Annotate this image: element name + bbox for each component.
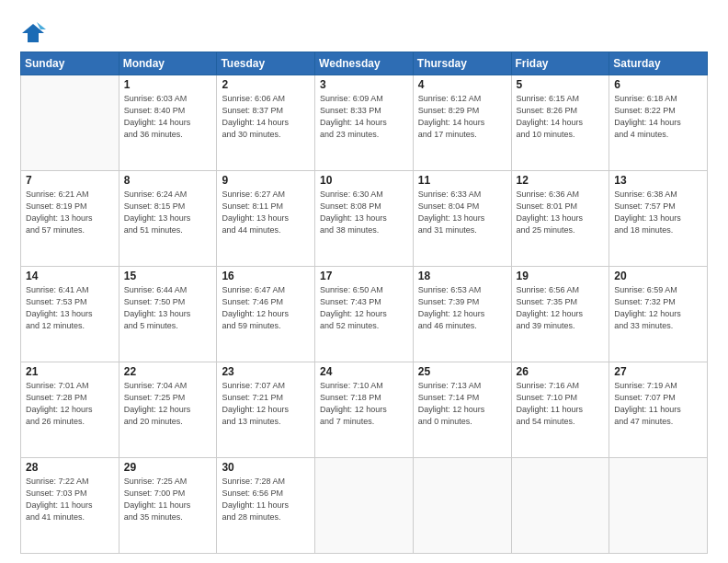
day-info: Sunrise: 7:22 AM Sunset: 7:03 PM Dayligh… (26, 476, 114, 523)
calendar-cell (21, 75, 119, 171)
day-info: Sunrise: 6:03 AM Sunset: 8:40 PM Dayligh… (124, 93, 212, 141)
day-number: 8 (124, 174, 212, 187)
day-number: 1 (124, 78, 212, 91)
day-number: 17 (320, 270, 408, 282)
calendar-week-row: 7Sunrise: 6:21 AM Sunset: 8:19 PM Daylig… (21, 171, 708, 267)
day-info: Sunrise: 6:24 AM Sunset: 8:15 PM Dayligh… (124, 189, 212, 236)
header (20, 17, 708, 46)
calendar-cell: 8Sunrise: 6:24 AM Sunset: 8:15 PM Daylig… (119, 171, 217, 267)
day-info: Sunrise: 6:53 AM Sunset: 7:39 PM Dayligh… (418, 284, 506, 332)
day-number: 22 (124, 365, 212, 378)
calendar-cell: 25Sunrise: 7:13 AM Sunset: 7:14 PM Dayli… (413, 362, 511, 458)
calendar-cell (511, 458, 609, 554)
weekday-header-wednesday: Wednesday (315, 52, 414, 75)
calendar-cell: 21Sunrise: 7:01 AM Sunset: 7:28 PM Dayli… (21, 362, 119, 458)
day-number: 24 (320, 365, 408, 378)
day-number: 2 (222, 78, 310, 91)
day-number: 21 (26, 365, 114, 378)
calendar-week-row: 14Sunrise: 6:41 AM Sunset: 7:53 PM Dayli… (21, 267, 708, 362)
calendar-table: SundayMondayTuesdayWednesdayThursdayFrid… (20, 52, 708, 554)
day-info: Sunrise: 7:28 AM Sunset: 6:56 PM Dayligh… (222, 476, 310, 523)
day-number: 4 (418, 78, 506, 91)
day-info: Sunrise: 6:47 AM Sunset: 7:46 PM Dayligh… (222, 284, 310, 332)
day-number: 29 (124, 461, 212, 474)
calendar-cell: 23Sunrise: 7:07 AM Sunset: 7:21 PM Dayli… (217, 362, 315, 458)
day-number: 5 (517, 78, 605, 91)
calendar-cell: 12Sunrise: 6:36 AM Sunset: 8:01 PM Dayli… (511, 171, 609, 267)
calendar-cell: 20Sunrise: 6:59 AM Sunset: 7:32 PM Dayli… (609, 267, 708, 362)
day-number: 12 (517, 174, 605, 187)
calendar-cell: 14Sunrise: 6:41 AM Sunset: 7:53 PM Dayli… (21, 267, 119, 362)
calendar-cell: 13Sunrise: 6:38 AM Sunset: 7:57 PM Dayli… (609, 171, 708, 267)
weekday-header-friday: Friday (511, 52, 609, 75)
day-number: 28 (26, 461, 114, 474)
calendar-cell: 17Sunrise: 6:50 AM Sunset: 7:43 PM Dayli… (315, 267, 414, 362)
day-number: 13 (614, 174, 702, 187)
calendar-cell: 24Sunrise: 7:10 AM Sunset: 7:18 PM Dayli… (315, 362, 414, 458)
day-info: Sunrise: 7:19 AM Sunset: 7:07 PM Dayligh… (614, 380, 702, 428)
day-number: 15 (124, 270, 212, 282)
day-info: Sunrise: 7:10 AM Sunset: 7:18 PM Dayligh… (320, 380, 408, 428)
day-number: 25 (418, 365, 506, 378)
calendar-cell: 15Sunrise: 6:44 AM Sunset: 7:50 PM Dayli… (119, 267, 217, 362)
logo-icon (20, 20, 46, 46)
day-info: Sunrise: 7:16 AM Sunset: 7:10 PM Dayligh… (517, 380, 605, 428)
calendar-cell: 11Sunrise: 6:33 AM Sunset: 8:04 PM Dayli… (413, 171, 511, 267)
day-number: 6 (614, 78, 702, 91)
day-number: 23 (222, 365, 310, 378)
calendar-week-row: 21Sunrise: 7:01 AM Sunset: 7:28 PM Dayli… (21, 362, 708, 458)
day-number: 10 (320, 174, 408, 187)
day-info: Sunrise: 6:56 AM Sunset: 7:35 PM Dayligh… (517, 284, 605, 332)
calendar-cell: 6Sunrise: 6:18 AM Sunset: 8:22 PM Daylig… (609, 75, 708, 171)
weekday-header-thursday: Thursday (413, 52, 511, 75)
calendar-cell: 30Sunrise: 7:28 AM Sunset: 6:56 PM Dayli… (217, 458, 315, 554)
calendar-cell: 26Sunrise: 7:16 AM Sunset: 7:10 PM Dayli… (511, 362, 609, 458)
day-number: 14 (26, 270, 114, 282)
calendar-cell: 29Sunrise: 7:25 AM Sunset: 7:00 PM Dayli… (119, 458, 217, 554)
calendar-cell: 9Sunrise: 6:27 AM Sunset: 8:11 PM Daylig… (217, 171, 315, 267)
calendar-week-row: 1Sunrise: 6:03 AM Sunset: 8:40 PM Daylig… (21, 75, 708, 171)
calendar-cell: 18Sunrise: 6:53 AM Sunset: 7:39 PM Dayli… (413, 267, 511, 362)
day-number: 11 (418, 174, 506, 187)
day-number: 27 (614, 365, 702, 378)
day-info: Sunrise: 7:07 AM Sunset: 7:21 PM Dayligh… (222, 380, 310, 428)
calendar-cell: 19Sunrise: 6:56 AM Sunset: 7:35 PM Dayli… (511, 267, 609, 362)
day-number: 19 (517, 270, 605, 282)
calendar-cell: 10Sunrise: 6:30 AM Sunset: 8:08 PM Dayli… (315, 171, 414, 267)
day-info: Sunrise: 6:36 AM Sunset: 8:01 PM Dayligh… (517, 189, 605, 236)
day-info: Sunrise: 7:04 AM Sunset: 7:25 PM Dayligh… (124, 380, 212, 428)
day-number: 3 (320, 78, 408, 91)
calendar-cell: 27Sunrise: 7:19 AM Sunset: 7:07 PM Dayli… (609, 362, 708, 458)
calendar-cell: 4Sunrise: 6:12 AM Sunset: 8:29 PM Daylig… (413, 75, 511, 171)
weekday-header-tuesday: Tuesday (217, 52, 315, 75)
day-info: Sunrise: 6:59 AM Sunset: 7:32 PM Dayligh… (614, 284, 702, 332)
weekday-header-monday: Monday (119, 52, 217, 75)
page: SundayMondayTuesdayWednesdayThursdayFrid… (0, 0, 728, 563)
day-number: 30 (222, 461, 310, 474)
calendar-cell: 3Sunrise: 6:09 AM Sunset: 8:33 PM Daylig… (315, 75, 414, 171)
day-number: 18 (418, 270, 506, 282)
calendar-cell (413, 458, 511, 554)
day-info: Sunrise: 6:12 AM Sunset: 8:29 PM Dayligh… (418, 93, 506, 141)
logo (20, 20, 50, 46)
day-number: 9 (222, 174, 310, 187)
calendar-cell (609, 458, 708, 554)
calendar-cell: 7Sunrise: 6:21 AM Sunset: 8:19 PM Daylig… (21, 171, 119, 267)
day-info: Sunrise: 6:21 AM Sunset: 8:19 PM Dayligh… (26, 189, 114, 236)
calendar-cell (315, 458, 414, 554)
day-info: Sunrise: 7:13 AM Sunset: 7:14 PM Dayligh… (418, 380, 506, 428)
weekday-header-saturday: Saturday (609, 52, 708, 75)
weekday-header-row: SundayMondayTuesdayWednesdayThursdayFrid… (21, 52, 708, 75)
day-info: Sunrise: 7:25 AM Sunset: 7:00 PM Dayligh… (124, 476, 212, 523)
calendar-cell: 2Sunrise: 6:06 AM Sunset: 8:37 PM Daylig… (217, 75, 315, 171)
day-info: Sunrise: 6:30 AM Sunset: 8:08 PM Dayligh… (320, 189, 408, 236)
calendar-cell: 5Sunrise: 6:15 AM Sunset: 8:26 PM Daylig… (511, 75, 609, 171)
day-info: Sunrise: 6:09 AM Sunset: 8:33 PM Dayligh… (320, 93, 408, 141)
day-info: Sunrise: 6:50 AM Sunset: 7:43 PM Dayligh… (320, 284, 408, 332)
calendar-cell: 1Sunrise: 6:03 AM Sunset: 8:40 PM Daylig… (119, 75, 217, 171)
day-info: Sunrise: 6:33 AM Sunset: 8:04 PM Dayligh… (418, 189, 506, 236)
day-info: Sunrise: 6:27 AM Sunset: 8:11 PM Dayligh… (222, 189, 310, 236)
day-info: Sunrise: 6:06 AM Sunset: 8:37 PM Dayligh… (222, 93, 310, 141)
calendar-cell: 22Sunrise: 7:04 AM Sunset: 7:25 PM Dayli… (119, 362, 217, 458)
calendar-cell: 16Sunrise: 6:47 AM Sunset: 7:46 PM Dayli… (217, 267, 315, 362)
